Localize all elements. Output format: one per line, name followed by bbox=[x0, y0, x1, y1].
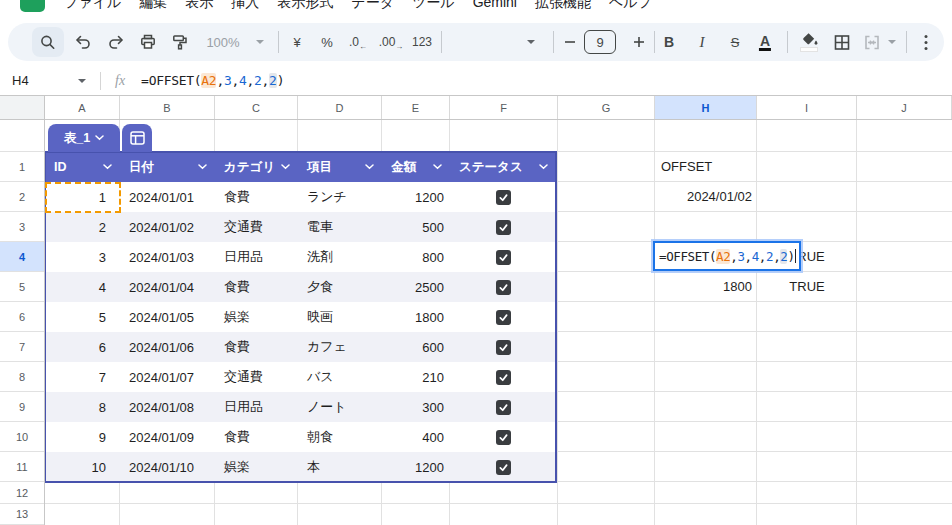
fill-color-icon[interactable] bbox=[800, 23, 818, 61]
borders-icon[interactable] bbox=[834, 23, 851, 61]
table-cell[interactable]: 映画 bbox=[298, 302, 382, 332]
increase-decimal-button[interactable]: .00→ bbox=[379, 23, 404, 61]
table-cell[interactable]: 2024/01/01 bbox=[120, 182, 215, 212]
table-view-button[interactable] bbox=[122, 124, 152, 152]
filter-chevron-icon[interactable] bbox=[281, 164, 290, 170]
table-cell[interactable]: 食費 bbox=[215, 272, 298, 302]
menu-item-6[interactable]: ツール bbox=[412, 0, 455, 12]
menu-item-3[interactable]: 挿入 bbox=[231, 0, 259, 12]
name-box-caret-icon[interactable] bbox=[78, 79, 86, 83]
search-icon[interactable] bbox=[40, 23, 57, 61]
table-cell[interactable]: 食費 bbox=[215, 332, 298, 362]
table-cell-status[interactable] bbox=[450, 212, 556, 242]
table-cell[interactable]: 2024/01/10 bbox=[120, 452, 215, 482]
table-cell[interactable]: 本 bbox=[298, 452, 382, 482]
column-header-H[interactable]: H bbox=[655, 96, 757, 119]
format-percent-button[interactable]: % bbox=[321, 23, 333, 61]
table-cell[interactable]: 800 bbox=[382, 242, 450, 272]
number-format-button[interactable]: 123 bbox=[412, 23, 432, 61]
filter-chevron-icon[interactable] bbox=[365, 164, 374, 170]
zoom-caret-icon[interactable] bbox=[256, 23, 264, 61]
font-size-input[interactable]: 9 bbox=[584, 23, 616, 61]
table-cell[interactable]: 6 bbox=[45, 332, 120, 362]
menu-item-4[interactable]: 表示形式 bbox=[277, 0, 333, 12]
table-cell[interactable]: 500 bbox=[382, 212, 450, 242]
table-cell[interactable]: 8 bbox=[45, 392, 120, 422]
table-cell[interactable]: 2500 bbox=[382, 272, 450, 302]
column-header-J[interactable]: J bbox=[857, 96, 952, 119]
table-cell-status[interactable] bbox=[450, 362, 556, 392]
zoom-select[interactable]: 100% bbox=[206, 23, 239, 61]
menu-item-9[interactable]: ヘルプ bbox=[609, 0, 652, 12]
increase-font-size-button[interactable] bbox=[633, 23, 645, 61]
row-header-12[interactable]: 12 bbox=[0, 482, 44, 504]
more-options-icon[interactable] bbox=[925, 23, 928, 61]
cell-I5[interactable]: TRUE bbox=[757, 272, 857, 302]
italic-button[interactable]: I bbox=[700, 23, 705, 61]
paint-format-icon[interactable] bbox=[171, 23, 189, 61]
table-cell[interactable]: 300 bbox=[382, 392, 450, 422]
table-header-0[interactable]: ID bbox=[45, 152, 120, 182]
menu-item-8[interactable]: 拡張機能 bbox=[535, 0, 591, 12]
table-cell[interactable]: 1200 bbox=[382, 182, 450, 212]
cell-H5[interactable]: 1800 bbox=[655, 272, 757, 302]
table-cell[interactable]: 2024/01/06 bbox=[120, 332, 215, 362]
formula-input[interactable]: =OFFSET(A2,3,4,2,2) bbox=[141, 73, 284, 88]
sheets-logo-icon[interactable] bbox=[20, 0, 45, 12]
checkbox-checked[interactable] bbox=[496, 280, 511, 295]
merge-cells-icon[interactable] bbox=[864, 23, 881, 61]
table-tab[interactable]: 表_1 bbox=[48, 124, 120, 152]
table-header-3[interactable]: 項目 bbox=[298, 152, 382, 182]
checkbox-checked[interactable] bbox=[496, 460, 511, 475]
table-cell[interactable]: 1800 bbox=[382, 302, 450, 332]
filter-chevron-icon[interactable] bbox=[433, 164, 442, 170]
row-header-11[interactable]: 11 bbox=[0, 452, 44, 482]
table-cell[interactable]: 4 bbox=[45, 272, 120, 302]
column-header-I[interactable]: I bbox=[757, 96, 857, 119]
table-cell[interactable]: 交通費 bbox=[215, 362, 298, 392]
table-cell[interactable]: 交通費 bbox=[215, 212, 298, 242]
print-icon[interactable] bbox=[139, 23, 157, 61]
checkbox-checked[interactable] bbox=[496, 400, 511, 415]
format-currency-button[interactable]: ¥ bbox=[293, 23, 300, 61]
table-cell[interactable]: 夕食 bbox=[298, 272, 382, 302]
table-cell-status[interactable] bbox=[450, 302, 556, 332]
table-cell-status[interactable] bbox=[450, 422, 556, 452]
row-header-5[interactable]: 5 bbox=[0, 272, 44, 302]
table-cell[interactable]: 日用品 bbox=[215, 392, 298, 422]
column-header-C[interactable]: C bbox=[215, 96, 298, 119]
font-family-caret-icon[interactable] bbox=[527, 23, 535, 61]
row-header-2[interactable]: 2 bbox=[0, 182, 44, 212]
table-cell[interactable]: 洗剤 bbox=[298, 242, 382, 272]
table-cell[interactable]: 2024/01/02 bbox=[120, 212, 215, 242]
checkbox-checked[interactable] bbox=[496, 250, 511, 265]
table-cell[interactable]: バス bbox=[298, 362, 382, 392]
table-cell[interactable]: 食費 bbox=[215, 182, 298, 212]
row-header-8[interactable]: 8 bbox=[0, 362, 44, 392]
table-cell[interactable]: 娯楽 bbox=[215, 302, 298, 332]
column-header-B[interactable]: B bbox=[120, 96, 215, 119]
column-header-A[interactable]: A bbox=[45, 96, 120, 119]
table-cell[interactable]: 210 bbox=[382, 362, 450, 392]
bold-button[interactable]: B bbox=[664, 23, 674, 61]
table-cell-status[interactable] bbox=[450, 242, 556, 272]
menu-item-1[interactable]: 編集 bbox=[139, 0, 167, 12]
menu-item-7[interactable]: Gemini bbox=[473, 0, 517, 12]
checkbox-checked[interactable] bbox=[496, 220, 511, 235]
table-cell[interactable]: 娯楽 bbox=[215, 452, 298, 482]
select-all-corner[interactable] bbox=[0, 95, 45, 120]
row-header-3[interactable]: 3 bbox=[0, 212, 44, 242]
table-header-5[interactable]: ステータス bbox=[450, 152, 556, 182]
column-header-F[interactable]: F bbox=[450, 96, 558, 119]
row-header-6[interactable]: 6 bbox=[0, 302, 44, 332]
table-cell[interactable]: 2024/01/08 bbox=[120, 392, 215, 422]
table-cell[interactable]: 400 bbox=[382, 422, 450, 452]
name-box[interactable]: H4 bbox=[0, 66, 100, 95]
table-cell[interactable]: 2 bbox=[45, 212, 120, 242]
table-cell[interactable]: 9 bbox=[45, 422, 120, 452]
table-cell[interactable]: 600 bbox=[382, 332, 450, 362]
checkbox-checked[interactable] bbox=[496, 190, 511, 205]
checkbox-checked[interactable] bbox=[496, 370, 511, 385]
table-header-2[interactable]: カテゴリ bbox=[215, 152, 298, 182]
table-header-1[interactable]: 日付 bbox=[120, 152, 215, 182]
